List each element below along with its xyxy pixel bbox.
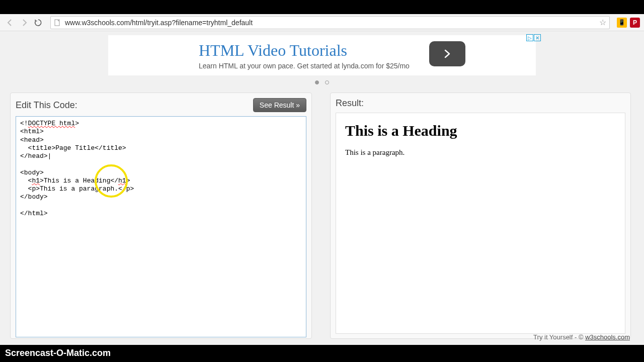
result-title: Result: [336, 98, 364, 109]
watermark-bar: Screencast-O-Matic.com [0, 345, 644, 362]
url-text: www.w3schools.com/html/tryit.asp?filenam… [65, 19, 597, 27]
ad-subtitle: Learn HTML at your own pace. Get started… [199, 62, 410, 70]
editor-title: Edit This Code: [16, 100, 77, 111]
extension-icon[interactable]: 📱 [617, 18, 627, 28]
editor-panel: Edit This Code: See Result » <!DOCTYPE h… [10, 93, 312, 339]
editor-header: Edit This Code: See Result » [16, 98, 306, 112]
carousel-dot-1[interactable] [315, 80, 319, 84]
ad-carousel-dots [0, 77, 644, 86]
ad-close-icon[interactable]: ✕ [534, 34, 541, 41]
adchoices-icon[interactable]: ▷ [526, 34, 533, 41]
result-paragraph: This is a paragraph. [345, 148, 616, 157]
watermark-text: Screencast-O-Matic.com [5, 348, 111, 358]
back-button[interactable] [4, 17, 16, 29]
page-content: HTML Video Tutorials Learn HTML at your … [0, 31, 644, 345]
video-letterbox-top [0, 0, 644, 14]
footer-attribution: Try it Yourself - © w3schools.com [533, 333, 630, 341]
result-iframe: This is a Heading This is a paragraph. [336, 113, 625, 334]
ad-text-block: HTML Video Tutorials Learn HTML at your … [199, 41, 410, 70]
ad-next-arrow-icon[interactable] [429, 41, 465, 66]
browser-toolbar: www.w3schools.com/html/tryit.asp?filenam… [0, 14, 644, 31]
result-heading: This is a Heading [345, 122, 616, 139]
pinterest-icon[interactable]: P [630, 18, 640, 28]
page-icon [54, 19, 62, 27]
see-result-button[interactable]: See Result » [253, 98, 306, 112]
reload-button[interactable] [32, 17, 44, 29]
ad-title: HTML Video Tutorials [199, 41, 410, 60]
ad-controls: ▷ ✕ [526, 34, 541, 41]
forward-button[interactable] [18, 17, 30, 29]
tryit-panels: Edit This Code: See Result » <!DOCTYPE h… [0, 86, 644, 339]
result-panel: Result: This is a Heading This is a para… [330, 93, 631, 339]
result-header: Result: [336, 98, 625, 109]
address-bar[interactable]: www.w3schools.com/html/tryit.asp?filenam… [50, 16, 610, 29]
bookmark-star-icon[interactable]: ☆ [599, 18, 606, 27]
footer-link[interactable]: w3schools.com [585, 333, 630, 341]
ad-banner[interactable]: HTML Video Tutorials Learn HTML at your … [108, 35, 536, 75]
code-textarea[interactable]: <!DOCTYPE html> <html> <head> <title>Pag… [16, 116, 306, 337]
carousel-dot-2[interactable] [325, 80, 329, 84]
